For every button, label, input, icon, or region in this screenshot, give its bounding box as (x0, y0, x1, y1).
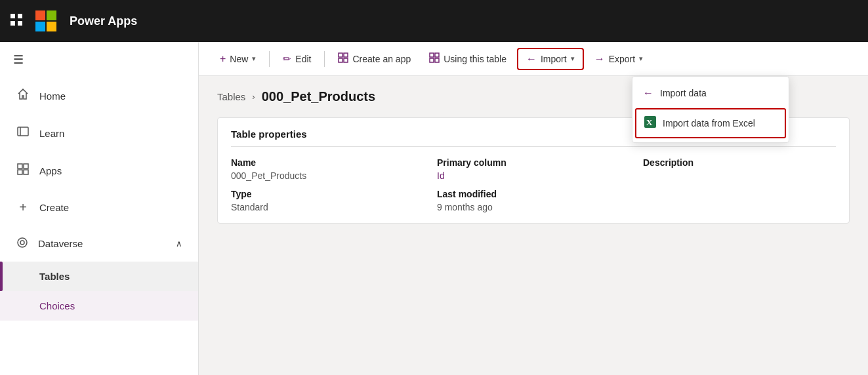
import-icon: ← (526, 53, 537, 65)
create-label: Create (39, 202, 69, 213)
edit-button[interactable]: ✏ Edit (275, 49, 319, 69)
import-excel-label: Import data from Excel (663, 118, 755, 128)
breadcrumb-chevron-icon: › (252, 92, 255, 102)
edit-icon: ✏ (283, 53, 291, 65)
new-chevron-icon: ▾ (252, 54, 256, 63)
main-layout: ☰ Home Learn (0, 42, 868, 375)
svg-rect-14 (339, 58, 342, 62)
name-value: 000_Pet_Products (231, 170, 424, 181)
breadcrumb-tables-link[interactable]: Tables (217, 91, 245, 102)
separator-1 (269, 51, 270, 67)
import-label: Import (541, 54, 567, 64)
import-dropdown: ← Import data X Import data from Excel (632, 76, 789, 143)
export-label: Export (609, 54, 635, 64)
name-label: Name (231, 157, 424, 168)
primary-column-label: Primary column (437, 157, 630, 168)
primary-column-value: Id (437, 170, 630, 181)
import-data-icon: ← (643, 87, 653, 99)
svg-point-10 (18, 238, 27, 247)
using-table-label: Using this table (444, 54, 506, 64)
dataverse-icon (16, 236, 29, 251)
create-app-button[interactable]: Create an app (330, 49, 419, 69)
new-button[interactable]: + New ▾ (212, 49, 264, 69)
learn-label: Learn (39, 128, 64, 139)
import-data-label: Import data (660, 88, 707, 98)
svg-rect-12 (339, 53, 342, 57)
description-column: Description (643, 157, 836, 181)
excel-icon: X (644, 116, 656, 130)
create-icon: + (16, 200, 30, 215)
create-app-icon (338, 52, 348, 65)
last-modified-column: Last modified 9 months ago (437, 189, 630, 212)
separator-2 (324, 51, 325, 67)
create-app-label: Create an app (352, 54, 411, 64)
sidebar-item-tables[interactable]: Tables (0, 262, 198, 291)
apps-grid-icon[interactable] (10, 14, 22, 29)
import-chevron-icon: ▾ (571, 54, 575, 63)
svg-rect-1 (18, 14, 22, 18)
content-area: + New ▾ ✏ Edit Create an app (199, 42, 868, 375)
home-label: Home (39, 90, 66, 102)
name-column: Name 000_Pet_Products (231, 157, 424, 181)
svg-rect-18 (430, 58, 434, 62)
svg-rect-13 (344, 53, 348, 57)
sidebar-item-create[interactable]: + Create (0, 189, 198, 226)
sidebar-sub-items: Tables Choices (0, 262, 198, 321)
sidebar-item-choices[interactable]: Choices (0, 291, 198, 321)
svg-rect-19 (435, 58, 439, 62)
type-label: Type (231, 189, 424, 199)
svg-rect-3 (18, 21, 22, 26)
primary-column-column: Primary column Id (437, 157, 630, 181)
sidebar-item-apps[interactable]: Apps (0, 152, 198, 189)
svg-rect-0 (10, 14, 15, 18)
new-label: New (230, 54, 248, 64)
breadcrumb-current-table: 000_Pet_Products (262, 89, 375, 104)
home-icon (16, 88, 30, 104)
app-title: Power Apps (70, 14, 137, 28)
tables-label: Tables (39, 271, 70, 282)
hamburger-icon: ☰ (13, 53, 24, 66)
sidebar-item-dataverse[interactable]: Dataverse ∧ (0, 226, 198, 262)
type-column: Type Standard (231, 189, 424, 212)
topbar: Power Apps (0, 0, 868, 42)
export-button[interactable]: → Export ▾ (587, 49, 651, 69)
import-excel-item[interactable]: X Import data from Excel (635, 108, 786, 138)
last-modified-value: 9 months ago (437, 202, 630, 212)
dataverse-expand-icon: ∧ (176, 239, 182, 248)
description-label: Description (643, 157, 836, 168)
edit-label: Edit (295, 54, 311, 64)
hamburger-button[interactable]: ☰ (0, 42, 198, 77)
import-data-item[interactable]: ← Import data (632, 79, 789, 107)
sidebar-nav: Home Learn Apps (0, 77, 198, 375)
microsoft-logo (35, 10, 56, 31)
import-button[interactable]: ← Import ▾ (517, 48, 584, 70)
svg-point-11 (20, 241, 24, 245)
last-modified-label: Last modified (437, 189, 630, 199)
using-table-icon (429, 52, 440, 65)
export-icon: → (594, 53, 605, 65)
dataverse-label: Dataverse (38, 238, 83, 249)
apps-icon (16, 163, 30, 179)
learn-icon (16, 125, 30, 142)
sidebar-item-learn[interactable]: Learn (0, 115, 198, 152)
svg-rect-2 (10, 21, 15, 26)
svg-rect-16 (430, 53, 434, 57)
svg-rect-7 (24, 164, 28, 168)
svg-text:X: X (646, 117, 653, 127)
svg-rect-17 (435, 53, 439, 57)
export-chevron-icon: ▾ (639, 54, 643, 63)
svg-rect-6 (18, 164, 22, 168)
sidebar-item-home[interactable]: Home (0, 77, 198, 115)
choices-label: Choices (39, 300, 75, 311)
toolbar: + New ▾ ✏ Edit Create an app (199, 42, 868, 76)
svg-rect-8 (18, 170, 22, 174)
new-icon: + (220, 53, 226, 65)
svg-rect-4 (18, 127, 28, 136)
using-table-button[interactable]: Using this table (421, 49, 514, 69)
svg-rect-15 (344, 58, 348, 62)
sidebar: ☰ Home Learn (0, 42, 199, 375)
apps-label: Apps (39, 165, 62, 176)
svg-rect-9 (24, 170, 28, 174)
type-value: Standard (231, 202, 424, 212)
properties-grid: Name 000_Pet_Products Primary column Id … (231, 157, 836, 212)
